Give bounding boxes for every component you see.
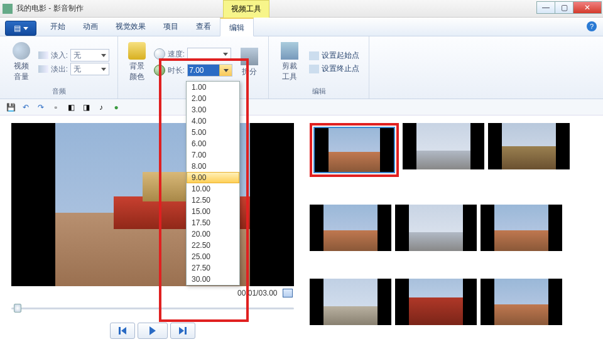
playback-controls	[110, 323, 195, 339]
clip-thumbnail[interactable]	[403, 123, 484, 169]
duration-option[interactable]: 15.00	[187, 206, 239, 217]
duration-dropdown-button[interactable]	[219, 65, 232, 76]
duration-option[interactable]: 17.50	[187, 217, 239, 228]
new-button[interactable]: ▫	[50, 102, 62, 113]
stopwatch-icon	[154, 65, 165, 76]
duration-option[interactable]: 10.00	[187, 183, 239, 195]
play-icon	[149, 326, 156, 335]
duration-option[interactable]: 22.50	[187, 240, 239, 251]
fade-in-row: 淡入: 无	[38, 49, 109, 62]
duration-option[interactable]: 8.00	[187, 161, 239, 172]
set-end-point-button[interactable]: 设置终止点	[307, 63, 362, 75]
fade-in-combo[interactable]: 无	[70, 49, 109, 62]
contextual-tab-video-tools[interactable]: 视频工具	[223, 0, 269, 18]
tab-animation[interactable]: 动画	[74, 18, 107, 36]
fade-out-combo[interactable]: 无	[70, 63, 109, 75]
speed-row: 速度:	[154, 48, 232, 60]
duration-option[interactable]: 6.00	[187, 138, 239, 149]
qat-item-4[interactable]: ●	[111, 102, 122, 113]
time-display: 00.01/03.00	[237, 289, 277, 297]
set-start-point-button[interactable]: 设置起始点	[307, 50, 362, 62]
window-title: 我的电影 - 影音制作	[16, 3, 84, 14]
duration-option[interactable]: 4.00	[187, 115, 239, 127]
split-label: 拆分	[242, 67, 257, 77]
duration-combo[interactable]	[187, 64, 232, 77]
fade-in-icon	[38, 51, 48, 59]
background-color-label: 背景 颜色	[129, 61, 144, 82]
seek-slider[interactable]	[11, 302, 294, 314]
file-menu-icon: ▤	[14, 24, 21, 33]
prev-frame-button[interactable]	[110, 323, 135, 339]
split-button[interactable]: 拆分	[236, 45, 263, 80]
chevron-down-icon	[101, 54, 106, 57]
tab-view[interactable]: 查看	[187, 18, 220, 36]
save-button[interactable]: 💾	[5, 102, 16, 113]
qat-item-2[interactable]: ◨	[80, 102, 92, 113]
file-menu-button[interactable]: ▤	[5, 21, 36, 36]
end-point-icon	[309, 65, 319, 73]
clip-thumbnail[interactable]	[481, 279, 562, 325]
tab-edit[interactable]: 编辑	[220, 18, 254, 36]
clip-thumbnail[interactable]	[310, 279, 391, 325]
letterbox-right	[250, 123, 294, 286]
menubar: ▤ 开始 动画 视觉效果 项目 查看 编辑 ?	[0, 18, 603, 36]
clip-thumbnail[interactable]	[395, 205, 477, 251]
redo-button[interactable]: ↷	[35, 102, 46, 113]
fullscreen-button[interactable]	[283, 289, 293, 297]
background-color-button[interactable]: 背景 颜色	[124, 40, 150, 85]
minimize-button[interactable]: —	[536, 1, 555, 14]
tab-home[interactable]: 开始	[41, 18, 74, 36]
tab-visual-effects[interactable]: 视觉效果	[107, 18, 155, 36]
duration-option[interactable]: 20.00	[187, 228, 239, 240]
qat-item-1[interactable]: ◧	[65, 102, 77, 113]
crop-tool-button[interactable]: 剪裁 工具	[276, 40, 303, 85]
tab-project[interactable]: 项目	[155, 18, 187, 36]
slider-track	[11, 308, 294, 309]
duration-option[interactable]: 9.00	[187, 172, 239, 183]
speed-combo[interactable]	[187, 48, 231, 60]
chevron-down-icon	[23, 27, 28, 30]
duration-row: 时长:	[154, 64, 232, 77]
letterbox-left	[11, 123, 55, 286]
video-volume-button[interactable]: 视频 音量	[8, 40, 35, 85]
ribbon-group-edit: 剪裁 工具 设置起始点 设置终止点 编辑	[269, 36, 369, 99]
clip-thumbnail[interactable]	[488, 123, 570, 169]
next-frame-button[interactable]	[170, 323, 195, 339]
slider-thumb[interactable]	[14, 304, 21, 313]
duration-option[interactable]: 5.00	[187, 127, 239, 138]
fade-in-value: 无	[73, 50, 81, 61]
duration-option[interactable]: 2.00	[187, 93, 239, 104]
fade-out-label: 淡出:	[51, 64, 68, 75]
set-end-label: 设置终止点	[322, 63, 359, 74]
close-button[interactable]: ✕	[573, 1, 602, 14]
clip-thumbnail[interactable]	[395, 279, 477, 325]
duration-option[interactable]: 12.50	[187, 195, 239, 206]
chevron-down-icon	[101, 68, 106, 71]
storyboard-pane[interactable]	[305, 115, 603, 364]
ribbon-tabs: 开始 动画 视觉效果 项目 查看 编辑	[41, 18, 254, 36]
duration-input[interactable]	[188, 65, 219, 76]
speed-label: 速度:	[168, 49, 185, 60]
chevron-down-icon	[224, 69, 229, 72]
fade-out-value: 无	[73, 64, 81, 75]
preview-video[interactable]	[11, 123, 294, 286]
duration-option[interactable]: 30.00	[187, 274, 239, 285]
undo-button[interactable]: ↶	[20, 102, 31, 113]
preview-pane: 00.01/03.00	[0, 115, 305, 364]
duration-option[interactable]: 1.00	[187, 82, 239, 93]
play-button[interactable]	[138, 323, 168, 339]
clip-thumbnail[interactable]	[481, 205, 562, 251]
fade-out-icon	[38, 65, 48, 73]
clip-thumbnail[interactable]	[313, 127, 395, 173]
duration-option[interactable]: 7.00	[187, 149, 239, 161]
clip-thumbnail[interactable]	[310, 205, 391, 251]
duration-option[interactable]: 3.00	[187, 104, 239, 115]
quick-access-toolbar: 💾 ↶ ↷ ▫ ◧ ◨ ♪ ●	[0, 99, 603, 115]
duration-option[interactable]: 25.00	[187, 251, 239, 262]
qat-item-3[interactable]: ♪	[95, 102, 107, 113]
group-label-edit: 编辑	[312, 85, 326, 97]
duration-dropdown-list[interactable]: 1.002.003.004.005.006.007.008.009.0010.0…	[186, 81, 240, 286]
maximize-button[interactable]: ▢	[555, 1, 573, 14]
help-button[interactable]: ?	[587, 21, 597, 31]
duration-option[interactable]: 27.50	[187, 262, 239, 274]
